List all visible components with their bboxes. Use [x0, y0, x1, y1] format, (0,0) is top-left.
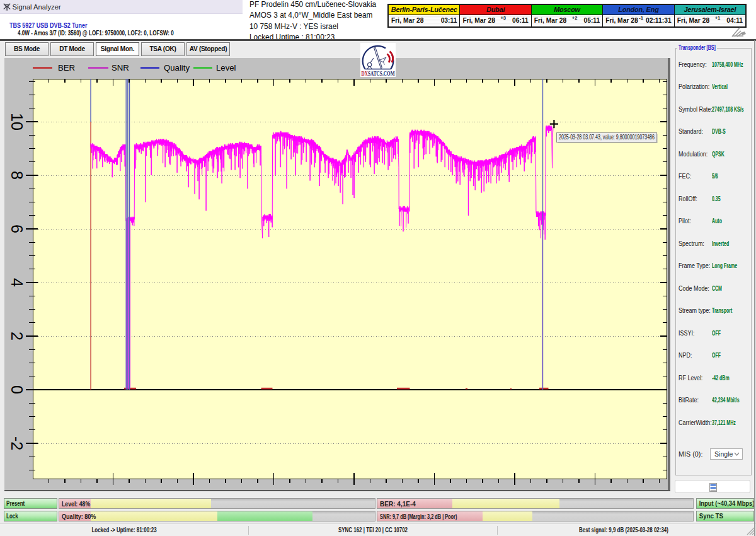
- svg-text:10: 10: [8, 113, 26, 131]
- svg-text:0: 0: [8, 385, 26, 394]
- svg-text:-2: -2: [8, 436, 26, 450]
- svg-text:DXSATCS.COM: DXSATCS.COM: [362, 71, 395, 77]
- svg-text:8: 8: [8, 171, 26, 180]
- svg-text:4: 4: [8, 278, 26, 287]
- svg-text:2025-03-28 03.07.43, value: 9,: 2025-03-28 03.07.43, value: 9,8000001907…: [559, 134, 655, 141]
- svg-text:6: 6: [8, 224, 26, 233]
- svg-text:2: 2: [8, 332, 26, 341]
